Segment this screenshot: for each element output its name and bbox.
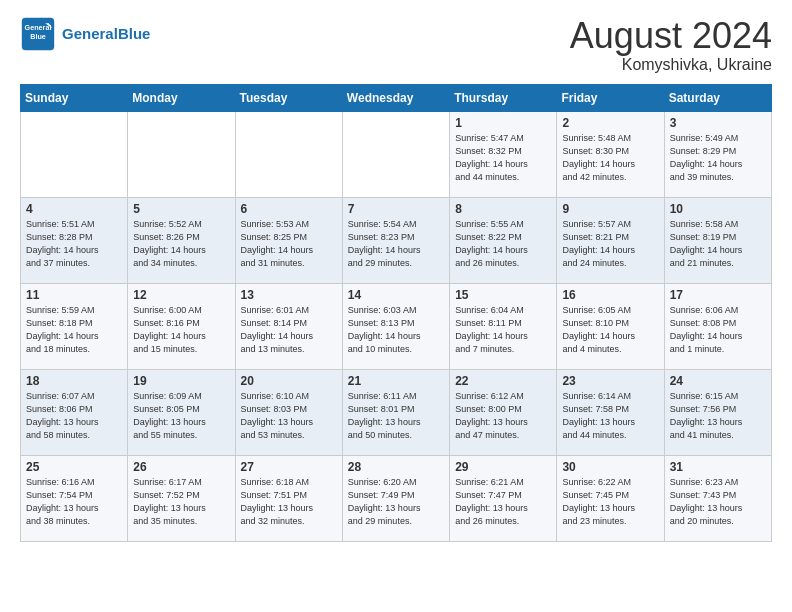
day-number: 9 xyxy=(562,202,658,216)
day-info: Sunrise: 6:09 AM Sunset: 8:05 PM Dayligh… xyxy=(133,390,229,442)
day-number: 27 xyxy=(241,460,337,474)
day-info: Sunrise: 5:52 AM Sunset: 8:26 PM Dayligh… xyxy=(133,218,229,270)
header-friday: Friday xyxy=(557,84,664,111)
calendar-cell: 31Sunrise: 6:23 AM Sunset: 7:43 PM Dayli… xyxy=(664,455,771,541)
calendar-cell xyxy=(235,111,342,197)
calendar-cell: 3Sunrise: 5:49 AM Sunset: 8:29 PM Daylig… xyxy=(664,111,771,197)
calendar-cell: 20Sunrise: 6:10 AM Sunset: 8:03 PM Dayli… xyxy=(235,369,342,455)
day-info: Sunrise: 6:04 AM Sunset: 8:11 PM Dayligh… xyxy=(455,304,551,356)
day-number: 23 xyxy=(562,374,658,388)
calendar-cell: 16Sunrise: 6:05 AM Sunset: 8:10 PM Dayli… xyxy=(557,283,664,369)
calendar-cell: 23Sunrise: 6:14 AM Sunset: 7:58 PM Dayli… xyxy=(557,369,664,455)
calendar-week-4: 25Sunrise: 6:16 AM Sunset: 7:54 PM Dayli… xyxy=(21,455,772,541)
header-monday: Monday xyxy=(128,84,235,111)
calendar-cell: 13Sunrise: 6:01 AM Sunset: 8:14 PM Dayli… xyxy=(235,283,342,369)
day-info: Sunrise: 6:21 AM Sunset: 7:47 PM Dayligh… xyxy=(455,476,551,528)
calendar-header-row: SundayMondayTuesdayWednesdayThursdayFrid… xyxy=(21,84,772,111)
day-info: Sunrise: 6:00 AM Sunset: 8:16 PM Dayligh… xyxy=(133,304,229,356)
day-info: Sunrise: 6:23 AM Sunset: 7:43 PM Dayligh… xyxy=(670,476,766,528)
day-number: 25 xyxy=(26,460,122,474)
day-number: 19 xyxy=(133,374,229,388)
day-number: 21 xyxy=(348,374,444,388)
calendar-week-3: 18Sunrise: 6:07 AM Sunset: 8:06 PM Dayli… xyxy=(21,369,772,455)
calendar-cell: 1Sunrise: 5:47 AM Sunset: 8:32 PM Daylig… xyxy=(450,111,557,197)
calendar-cell: 7Sunrise: 5:54 AM Sunset: 8:23 PM Daylig… xyxy=(342,197,449,283)
header-tuesday: Tuesday xyxy=(235,84,342,111)
day-number: 15 xyxy=(455,288,551,302)
header: General Blue GeneralBlue August 2024 Kom… xyxy=(20,16,772,74)
calendar-cell: 6Sunrise: 5:53 AM Sunset: 8:25 PM Daylig… xyxy=(235,197,342,283)
day-number: 12 xyxy=(133,288,229,302)
page: General Blue GeneralBlue August 2024 Kom… xyxy=(0,0,792,552)
calendar-cell: 9Sunrise: 5:57 AM Sunset: 8:21 PM Daylig… xyxy=(557,197,664,283)
svg-text:Blue: Blue xyxy=(30,32,46,41)
day-info: Sunrise: 6:11 AM Sunset: 8:01 PM Dayligh… xyxy=(348,390,444,442)
header-sunday: Sunday xyxy=(21,84,128,111)
day-number: 28 xyxy=(348,460,444,474)
day-info: Sunrise: 6:03 AM Sunset: 8:13 PM Dayligh… xyxy=(348,304,444,356)
calendar-cell: 25Sunrise: 6:16 AM Sunset: 7:54 PM Dayli… xyxy=(21,455,128,541)
calendar-cell: 17Sunrise: 6:06 AM Sunset: 8:08 PM Dayli… xyxy=(664,283,771,369)
logo-icon: General Blue xyxy=(20,16,56,52)
day-number: 18 xyxy=(26,374,122,388)
day-info: Sunrise: 5:49 AM Sunset: 8:29 PM Dayligh… xyxy=(670,132,766,184)
day-info: Sunrise: 5:58 AM Sunset: 8:19 PM Dayligh… xyxy=(670,218,766,270)
calendar-cell: 21Sunrise: 6:11 AM Sunset: 8:01 PM Dayli… xyxy=(342,369,449,455)
day-number: 10 xyxy=(670,202,766,216)
day-number: 17 xyxy=(670,288,766,302)
day-number: 16 xyxy=(562,288,658,302)
calendar-cell: 29Sunrise: 6:21 AM Sunset: 7:47 PM Dayli… xyxy=(450,455,557,541)
calendar-cell: 10Sunrise: 5:58 AM Sunset: 8:19 PM Dayli… xyxy=(664,197,771,283)
day-info: Sunrise: 6:14 AM Sunset: 7:58 PM Dayligh… xyxy=(562,390,658,442)
calendar-cell: 18Sunrise: 6:07 AM Sunset: 8:06 PM Dayli… xyxy=(21,369,128,455)
day-number: 7 xyxy=(348,202,444,216)
day-info: Sunrise: 5:57 AM Sunset: 8:21 PM Dayligh… xyxy=(562,218,658,270)
day-number: 20 xyxy=(241,374,337,388)
calendar-cell: 27Sunrise: 6:18 AM Sunset: 7:51 PM Dayli… xyxy=(235,455,342,541)
day-number: 22 xyxy=(455,374,551,388)
calendar-week-2: 11Sunrise: 5:59 AM Sunset: 8:18 PM Dayli… xyxy=(21,283,772,369)
day-info: Sunrise: 5:48 AM Sunset: 8:30 PM Dayligh… xyxy=(562,132,658,184)
calendar-cell: 14Sunrise: 6:03 AM Sunset: 8:13 PM Dayli… xyxy=(342,283,449,369)
calendar-cell: 8Sunrise: 5:55 AM Sunset: 8:22 PM Daylig… xyxy=(450,197,557,283)
day-info: Sunrise: 5:55 AM Sunset: 8:22 PM Dayligh… xyxy=(455,218,551,270)
day-number: 14 xyxy=(348,288,444,302)
calendar-week-1: 4Sunrise: 5:51 AM Sunset: 8:28 PM Daylig… xyxy=(21,197,772,283)
location-subtitle: Komyshivka, Ukraine xyxy=(570,56,772,74)
calendar-cell: 5Sunrise: 5:52 AM Sunset: 8:26 PM Daylig… xyxy=(128,197,235,283)
calendar-cell: 4Sunrise: 5:51 AM Sunset: 8:28 PM Daylig… xyxy=(21,197,128,283)
calendar-week-0: 1Sunrise: 5:47 AM Sunset: 8:32 PM Daylig… xyxy=(21,111,772,197)
logo: General Blue GeneralBlue xyxy=(20,16,150,52)
header-wednesday: Wednesday xyxy=(342,84,449,111)
header-thursday: Thursday xyxy=(450,84,557,111)
day-info: Sunrise: 5:53 AM Sunset: 8:25 PM Dayligh… xyxy=(241,218,337,270)
day-info: Sunrise: 6:17 AM Sunset: 7:52 PM Dayligh… xyxy=(133,476,229,528)
calendar-cell: 22Sunrise: 6:12 AM Sunset: 8:00 PM Dayli… xyxy=(450,369,557,455)
day-info: Sunrise: 6:07 AM Sunset: 8:06 PM Dayligh… xyxy=(26,390,122,442)
calendar-cell xyxy=(342,111,449,197)
day-info: Sunrise: 6:06 AM Sunset: 8:08 PM Dayligh… xyxy=(670,304,766,356)
day-number: 5 xyxy=(133,202,229,216)
day-info: Sunrise: 5:59 AM Sunset: 8:18 PM Dayligh… xyxy=(26,304,122,356)
calendar-cell: 28Sunrise: 6:20 AM Sunset: 7:49 PM Dayli… xyxy=(342,455,449,541)
calendar-cell: 2Sunrise: 5:48 AM Sunset: 8:30 PM Daylig… xyxy=(557,111,664,197)
day-number: 24 xyxy=(670,374,766,388)
header-saturday: Saturday xyxy=(664,84,771,111)
logo-text: GeneralBlue xyxy=(62,25,150,43)
day-info: Sunrise: 6:16 AM Sunset: 7:54 PM Dayligh… xyxy=(26,476,122,528)
day-number: 3 xyxy=(670,116,766,130)
day-number: 4 xyxy=(26,202,122,216)
day-info: Sunrise: 5:54 AM Sunset: 8:23 PM Dayligh… xyxy=(348,218,444,270)
day-number: 31 xyxy=(670,460,766,474)
calendar-cell: 19Sunrise: 6:09 AM Sunset: 8:05 PM Dayli… xyxy=(128,369,235,455)
day-number: 29 xyxy=(455,460,551,474)
day-info: Sunrise: 5:51 AM Sunset: 8:28 PM Dayligh… xyxy=(26,218,122,270)
calendar-cell: 15Sunrise: 6:04 AM Sunset: 8:11 PM Dayli… xyxy=(450,283,557,369)
calendar-cell: 26Sunrise: 6:17 AM Sunset: 7:52 PM Dayli… xyxy=(128,455,235,541)
day-info: Sunrise: 6:01 AM Sunset: 8:14 PM Dayligh… xyxy=(241,304,337,356)
day-info: Sunrise: 6:15 AM Sunset: 7:56 PM Dayligh… xyxy=(670,390,766,442)
day-number: 13 xyxy=(241,288,337,302)
month-title: August 2024 xyxy=(570,16,772,56)
calendar-cell xyxy=(21,111,128,197)
calendar-cell xyxy=(128,111,235,197)
